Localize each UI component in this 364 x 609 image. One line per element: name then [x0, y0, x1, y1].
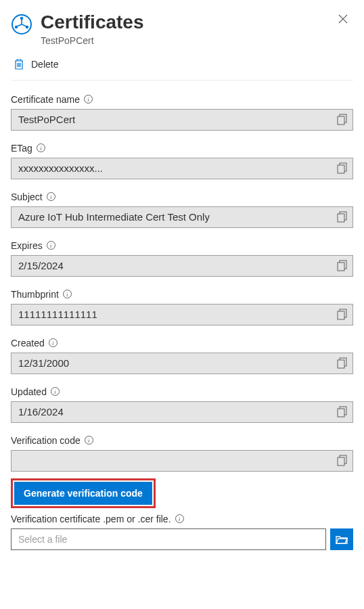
expires-value: 2/15/2024	[18, 260, 64, 271]
svg-rect-9	[338, 214, 344, 222]
copy-icon[interactable]	[337, 162, 347, 174]
expires-field: 2/15/2024	[11, 255, 353, 277]
file-placeholder: Select a file	[18, 534, 67, 545]
subject-value: Azure IoT Hub Intermediate Cert Test Onl…	[18, 211, 210, 223]
generate-highlight: Generate verification code	[11, 478, 156, 508]
updated-field: 1/16/2024	[11, 401, 353, 423]
svg-rect-17	[338, 409, 344, 417]
certificate-page-icon	[11, 14, 32, 35]
certificate-name-field: TestPoPCert	[11, 109, 353, 131]
copy-icon[interactable]	[337, 357, 347, 369]
delete-label: Delete	[31, 59, 58, 70]
verification-file-label: Verification certificate .pem or .cer fi…	[11, 514, 171, 524]
subject-field: Azure IoT Hub Intermediate Cert Test Onl…	[11, 206, 353, 228]
trash-icon	[14, 58, 24, 70]
copy-icon[interactable]	[337, 406, 347, 418]
close-icon	[338, 14, 348, 24]
created-label: Created	[11, 338, 45, 348]
page-title: Certificates	[41, 11, 325, 34]
delete-button[interactable]: Delete	[11, 53, 353, 81]
created-field: 12/31/2000	[11, 353, 353, 374]
info-icon[interactable]: i	[175, 514, 184, 523]
copy-icon[interactable]	[337, 260, 347, 271]
generate-verification-code-button[interactable]: Generate verification code	[14, 482, 152, 505]
info-icon[interactable]: i	[47, 241, 55, 250]
svg-point-1	[20, 17, 23, 20]
subject-label: Subject	[11, 191, 43, 202]
expires-label: Expires	[11, 240, 43, 251]
updated-label: Updated	[11, 386, 47, 397]
etag-field: xxxxxxxxxxxxxxx...	[11, 158, 353, 179]
close-button[interactable]	[333, 11, 353, 28]
copy-icon[interactable]	[337, 455, 347, 466]
folder-icon	[336, 535, 348, 544]
thumbprint-value: 11111111111111	[18, 309, 97, 320]
svg-rect-11	[338, 263, 344, 271]
thumbprint-label: Thumbprint	[11, 289, 59, 300]
thumbprint-field: 11111111111111	[11, 304, 353, 325]
svg-rect-13	[338, 311, 344, 319]
page-subtitle: TestPoPCert	[41, 35, 325, 46]
created-value: 12/31/2000	[18, 357, 69, 369]
info-icon[interactable]: i	[85, 436, 93, 445]
etag-value: xxxxxxxxxxxxxxx...	[18, 162, 103, 174]
info-icon[interactable]: i	[63, 290, 72, 298]
verification-code-label: Verification code	[11, 435, 81, 446]
file-select-input[interactable]: Select a file	[11, 528, 326, 550]
copy-icon[interactable]	[337, 114, 347, 125]
updated-value: 1/16/2024	[18, 406, 64, 418]
svg-rect-19	[338, 457, 344, 466]
certificate-name-label: Certificate name	[11, 94, 80, 105]
certificate-name-value: TestPoPCert	[18, 114, 75, 125]
verification-code-field	[11, 450, 353, 472]
info-icon[interactable]: i	[47, 192, 55, 201]
svg-rect-15	[338, 360, 344, 368]
info-icon[interactable]: i	[51, 387, 60, 396]
info-icon[interactable]: i	[49, 338, 58, 347]
svg-rect-7	[338, 165, 344, 173]
copy-icon[interactable]	[337, 309, 347, 320]
etag-label: ETag	[11, 143, 32, 154]
info-icon[interactable]: i	[37, 143, 45, 152]
svg-rect-5	[338, 116, 344, 125]
copy-icon[interactable]	[337, 211, 347, 223]
info-icon[interactable]: i	[84, 95, 93, 104]
file-browse-button[interactable]	[330, 528, 353, 550]
